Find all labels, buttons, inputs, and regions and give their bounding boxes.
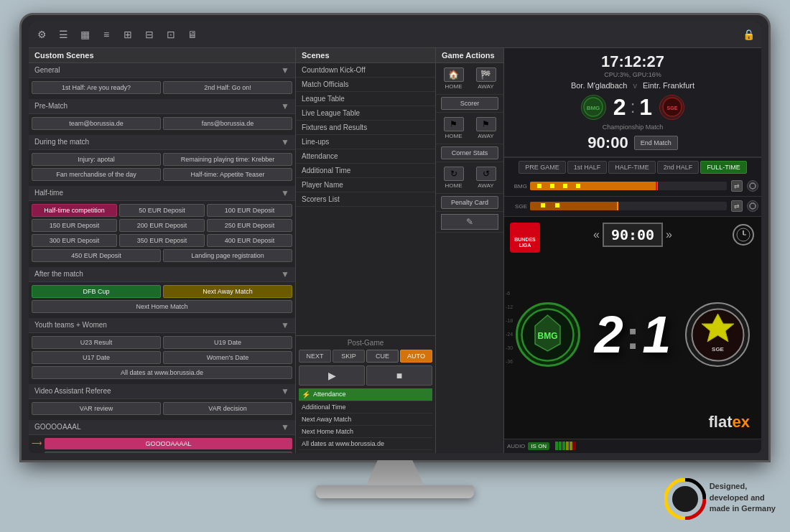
monitor-icon[interactable]: 🖥: [185, 27, 200, 42]
timeline-sge: SGE ⇄: [504, 197, 761, 217]
layout2-icon[interactable]: ⊟: [142, 27, 157, 42]
section-gooooal[interactable]: GOOOOAAAL ▼: [29, 420, 295, 435]
btn-ga-away-arrow[interactable]: ↺ AWAY: [473, 165, 499, 190]
scene-btn-250eur[interactable]: 250 EUR Deposit: [207, 219, 292, 232]
active-item-icon: ⚡: [302, 391, 310, 398]
grid-icon[interactable]: ▦: [78, 27, 92, 42]
section-pre-match-label: Pre-Match: [34, 102, 68, 110]
scene-btn-50eur[interactable]: 50 EUR Deposit: [119, 204, 205, 217]
btn-2nd-half[interactable]: 2nd HALF: [657, 161, 700, 174]
sge-circle-icon[interactable]: [747, 200, 758, 212]
scene-btn-var-review[interactable]: VAR review: [32, 402, 161, 415]
btn-ga-home-flag1[interactable]: 🏠 HOME: [441, 66, 467, 91]
section-halftime[interactable]: Half-time ▼: [29, 186, 295, 201]
scene-lineups[interactable]: Line-ups: [296, 135, 435, 149]
scene-btn-350eur[interactable]: 350 EUR Deposit: [119, 234, 205, 247]
layout1-icon[interactable]: ⊞: [121, 27, 135, 42]
scene-player-name[interactable]: Player Name: [296, 178, 435, 192]
playlist-item-attendance[interactable]: ⚡ Attendance: [299, 388, 432, 401]
btn-edit[interactable]: ✎: [441, 214, 498, 230]
scene-btn-all-dates[interactable]: All dates at www.borussia.de: [32, 366, 292, 379]
btn-pre-game[interactable]: PRE GAME: [519, 161, 566, 174]
btn-play[interactable]: ▶: [299, 365, 365, 386]
layout3-icon[interactable]: ⊡: [164, 27, 178, 42]
scene-btn-womens[interactable]: Women's Date: [163, 351, 292, 364]
scene-btn-remaining-time[interactable]: Remaining playing time: Krebber: [163, 153, 292, 166]
btn-penalty-card[interactable]: Penalty Card: [441, 196, 498, 209]
section-youth[interactable]: Youth teams + Women ▼: [29, 318, 295, 333]
scene-btn-150eur[interactable]: 150 EUR Deposit: [32, 219, 117, 232]
away-label-2: AWAY: [478, 133, 493, 139]
end-match-button[interactable]: End Match: [634, 136, 678, 150]
btn-cue[interactable]: CUE: [366, 350, 399, 363]
scene-btn-fans-email[interactable]: fans@borussia.de: [163, 117, 292, 130]
scene-btn-injury[interactable]: Injury: apotal: [32, 153, 161, 166]
section-pre-match[interactable]: Pre-Match ▼: [29, 99, 295, 114]
svg-text:SGE: SGE: [666, 106, 677, 111]
section-general[interactable]: General ▼: [29, 63, 295, 78]
scene-btn-u17[interactable]: U17 Date: [32, 351, 161, 364]
scene-btn-next-home[interactable]: Next Home Match: [32, 300, 292, 313]
btn-stop[interactable]: ■: [366, 365, 432, 386]
btn-half-time[interactable]: HALF-TIME: [608, 161, 656, 174]
tick-marks: -6 -12 -18 -24 -30 -36: [504, 291, 513, 364]
scene-scorers-list[interactable]: Scorers List: [296, 192, 435, 207]
bmg-circle-icon[interactable]: [747, 180, 758, 192]
btn-ga-home-arrow[interactable]: ↻ HOME: [441, 165, 467, 190]
scene-btn-u19[interactable]: U19 Date: [163, 336, 292, 349]
scene-league-table[interactable]: League Table: [296, 92, 435, 106]
scene-btn-300eur[interactable]: 300 EUR Deposit: [32, 234, 117, 247]
btn-ga-away-flag1[interactable]: 🏁 AWAY: [473, 66, 499, 91]
home-team-badge: BMG: [581, 95, 606, 120]
sge-timeline-control[interactable]: ⇄: [731, 200, 743, 212]
btn-next[interactable]: NEXT: [299, 350, 331, 363]
bmg-timeline-control[interactable]: ⇄: [731, 180, 743, 192]
scene-btn-450eur[interactable]: 450 EUR Deposit: [32, 249, 161, 262]
scene-btn-u23[interactable]: U23 Result: [32, 336, 161, 349]
btn-ga-home-flag2[interactable]: ⚑ HOME: [441, 116, 467, 141]
scene-btn-var-decision[interactable]: VAR decision: [163, 402, 292, 415]
scene-btn-dfb-cup[interactable]: DFB Cup: [32, 285, 161, 298]
playlist-item-additional-time[interactable]: Additional Time: [299, 401, 432, 414]
section-after-match[interactable]: After the match ▼: [29, 267, 295, 282]
playlist-item-next-away[interactable]: Next Away Match: [299, 414, 432, 426]
btn-fade-playing-time[interactable]: Fade Out Playing Time: [45, 452, 292, 453]
btn-auto[interactable]: AUTO: [400, 350, 432, 363]
scene-fixtures[interactable]: Fixtures and Results: [296, 121, 435, 135]
list-icon[interactable]: ☰: [56, 27, 70, 42]
scene-additional-time[interactable]: Additional Time: [296, 164, 435, 178]
scene-btn-halftime-teaser[interactable]: Half-time: Appetite Teaser: [163, 168, 292, 181]
expand-during-icon: ▼: [281, 137, 289, 147]
lock-icon[interactable]: 🔒: [741, 27, 756, 42]
scene-btn-halftime-comp[interactable]: Half-time competition: [32, 204, 117, 217]
scene-live-league[interactable]: Live League Table: [296, 106, 435, 121]
section-after-match-label: After the match: [34, 270, 83, 278]
btn-corner-stats[interactable]: Corner Stats: [441, 146, 498, 159]
scene-btn-next-away[interactable]: Next Away Match: [163, 285, 292, 298]
svg-point-5: [750, 203, 756, 209]
scene-match-officials[interactable]: Match Officials: [296, 78, 435, 92]
section-var[interactable]: Video Assistant Referee ▼: [29, 384, 295, 399]
playlist-item-all-dates[interactable]: All dates at www.borussia.de: [299, 438, 432, 450]
btn-1st-half[interactable]: 1st HALF: [567, 161, 608, 174]
btn-ga-away-flag2[interactable]: ⚑ AWAY: [473, 116, 499, 141]
scene-btn-team-email[interactable]: team@borussia.de: [32, 117, 161, 130]
graphic-score-numbers: 2 : 1: [595, 305, 672, 364]
btn-full-time[interactable]: FULL-TIME: [700, 161, 747, 174]
scene-btn-2nd-half[interactable]: 2nd Half: Go on!: [163, 81, 292, 94]
settings-icon[interactable]: ⚙: [34, 27, 49, 42]
btn-scorer[interactable]: Scorer: [441, 97, 498, 110]
btn-skip[interactable]: SKIP: [333, 350, 365, 363]
menu-icon[interactable]: ≡: [99, 27, 113, 42]
btn-gooooal[interactable]: GOOOOAAAAL: [45, 438, 292, 449]
scene-btn-1st-half[interactable]: 1st Half: Are you ready?: [32, 81, 161, 94]
scene-btn-landing-page[interactable]: Landing page registration: [163, 249, 292, 262]
playlist-item-next-home[interactable]: Next Home Match: [299, 426, 432, 438]
scene-btn-fan-merch[interactable]: Fan merchandise of the day: [32, 168, 161, 181]
scene-countdown[interactable]: Countdown Kick-Off: [296, 63, 435, 78]
section-during-match[interactable]: During the match ▼: [29, 135, 295, 150]
scene-attendance[interactable]: Attendance: [296, 149, 435, 164]
scene-btn-200eur[interactable]: 200 EUR Deposit: [119, 219, 205, 232]
scene-btn-400eur[interactable]: 400 EUR Deposit: [207, 234, 292, 247]
scene-btn-100eur[interactable]: 100 EUR Deposit: [207, 204, 292, 217]
